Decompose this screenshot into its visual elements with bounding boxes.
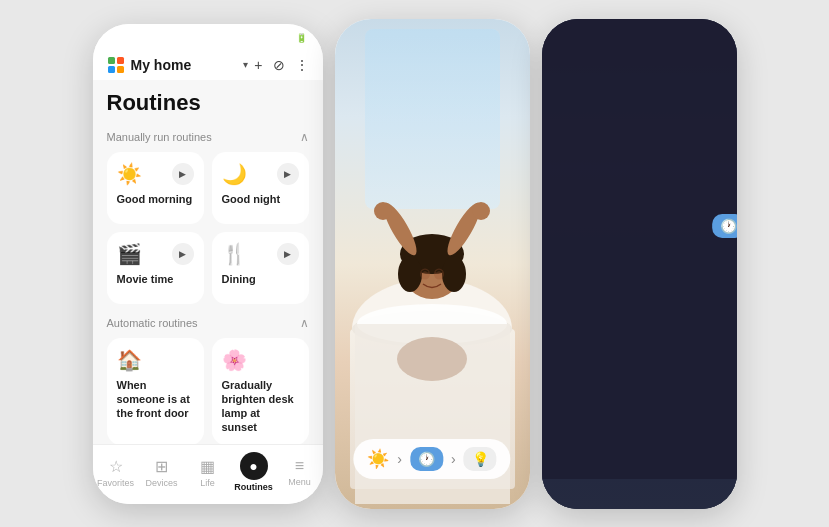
- favorites-label: Favorites: [97, 478, 134, 488]
- movie-time-icon: 🎬: [117, 242, 142, 266]
- night-arrow-1-icon: ›: [542, 19, 705, 471]
- more-icon[interactable]: ⋮: [295, 57, 309, 73]
- routine-card-desk-lamp[interactable]: 🌸 Gradually brighten desk lamp at sunset: [212, 338, 309, 444]
- manual-section-label: Manually run routines ∧: [107, 130, 309, 144]
- nav-favorites[interactable]: ☆ Favorites: [93, 457, 139, 488]
- routine-card-front-door[interactable]: 🏠 When someone is at the front door: [107, 338, 204, 444]
- routines-content: Routines Manually run routines ∧ ☀️ ▶ Go…: [93, 80, 323, 444]
- night-clock-icon: 🕐: [720, 218, 736, 234]
- play-button-dining[interactable]: ▶: [277, 243, 299, 265]
- svg-point-14: [398, 256, 422, 292]
- clock-icon: 🕐: [418, 451, 435, 467]
- chevron-down-icon[interactable]: ▾: [243, 59, 248, 70]
- nav-devices[interactable]: ⊞ Devices: [139, 457, 185, 488]
- play-button-movie-time[interactable]: ▶: [172, 243, 194, 265]
- circle-icon[interactable]: ⊘: [273, 57, 285, 73]
- battery-icon: 🔋: [296, 33, 307, 43]
- svg-rect-0: [108, 57, 115, 64]
- play-button-good-night[interactable]: ▶: [277, 163, 299, 185]
- home-app-icon: [107, 56, 125, 74]
- menu-icon: ≡: [295, 457, 304, 475]
- page-title: Routines: [107, 90, 309, 116]
- desk-lamp-label: Gradually brighten desk lamp at sunset: [222, 378, 299, 435]
- good-morning-label: Good morning: [117, 192, 194, 206]
- movie-time-label: Movie time: [117, 272, 194, 286]
- dining-icon: 🍴: [222, 242, 247, 266]
- top-bar: My home ▾ + ⊘ ⋮: [93, 52, 323, 80]
- menu-label: Menu: [288, 477, 311, 487]
- front-door-icon: 🏠: [117, 348, 142, 372]
- svg-rect-5: [365, 29, 500, 209]
- auto-routines-grid: 🏠 When someone is at the front door 🌸 Gr…: [107, 338, 309, 444]
- nav-life[interactable]: ▦ Life: [185, 457, 231, 488]
- arrow-2-icon: ›: [451, 451, 456, 467]
- clock-flow-card: 🕐: [410, 447, 443, 471]
- night-flow-bar[interactable]: 🌙 › 🕐 › ☀️: [542, 19, 737, 479]
- home-title: My home: [131, 57, 238, 73]
- svg-point-11: [397, 337, 467, 381]
- svg-point-21: [472, 202, 490, 220]
- manual-routines-grid: ☀️ ▶ Good morning 🌙 ▶ Good night 🎬 ▶ Mov…: [107, 152, 309, 304]
- lamp-flow-card: 💡: [464, 447, 497, 471]
- routine-card-good-night[interactable]: 🌙 ▶ Good night: [212, 152, 309, 224]
- devices-label: Devices: [145, 478, 177, 488]
- phone-good-morning: ☀️ › 🕐 › 💡: [335, 19, 530, 509]
- favorites-icon: ☆: [109, 457, 123, 476]
- routine-card-movie-time[interactable]: 🎬 ▶ Movie time: [107, 232, 204, 304]
- svg-rect-1: [117, 57, 124, 64]
- good-night-label: Good night: [222, 192, 299, 206]
- section-collapse-icon[interactable]: ∧: [300, 130, 309, 144]
- life-icon: ▦: [200, 457, 215, 476]
- front-door-label: When someone is at the front door: [117, 378, 194, 421]
- morning-scene: [335, 19, 530, 509]
- sun-flow-icon: ☀️: [367, 448, 389, 470]
- status-bar: 🔋: [93, 24, 323, 52]
- phone-good-night: 🌙 › 🕐 › ☀️: [542, 19, 737, 509]
- desk-lamp-icon: 🌸: [222, 348, 247, 372]
- nav-routines[interactable]: ● Routines: [231, 452, 277, 492]
- life-label: Life: [200, 478, 215, 488]
- svg-point-20: [374, 202, 392, 220]
- routines-icon: ●: [249, 458, 257, 474]
- night-clock-flow-card: 🕐: [712, 214, 736, 238]
- auto-section-label: Automatic routines ∧: [107, 316, 309, 330]
- devices-icon: ⊞: [155, 457, 168, 476]
- morning-flow-bar[interactable]: ☀️ › 🕐 › 💡: [353, 439, 510, 479]
- routine-card-good-morning[interactable]: ☀️ ▶ Good morning: [107, 152, 204, 224]
- top-actions: + ⊘ ⋮: [254, 57, 308, 73]
- routine-card-dining[interactable]: 🍴 ▶ Dining: [212, 232, 309, 304]
- add-button[interactable]: +: [254, 57, 262, 73]
- routines-label: Routines: [234, 482, 273, 492]
- phone-routines: 🔋 My home ▾ + ⊘ ⋮ Routines Manually run …: [93, 24, 323, 504]
- good-morning-icon: ☀️: [117, 162, 142, 186]
- play-button-good-morning[interactable]: ▶: [172, 163, 194, 185]
- dining-label: Dining: [222, 272, 299, 286]
- bottom-navigation: ☆ Favorites ⊞ Devices ▦ Life ● Routines …: [93, 444, 323, 504]
- routines-active-dot: ●: [240, 452, 268, 480]
- good-night-icon: 🌙: [222, 162, 247, 186]
- svg-rect-2: [108, 66, 115, 73]
- auto-section-collapse-icon[interactable]: ∧: [300, 316, 309, 330]
- lamp-icon: 💡: [472, 451, 489, 467]
- svg-point-15: [442, 256, 466, 292]
- nav-menu[interactable]: ≡ Menu: [277, 457, 323, 487]
- arrow-1-icon: ›: [397, 451, 402, 467]
- svg-rect-3: [117, 66, 124, 73]
